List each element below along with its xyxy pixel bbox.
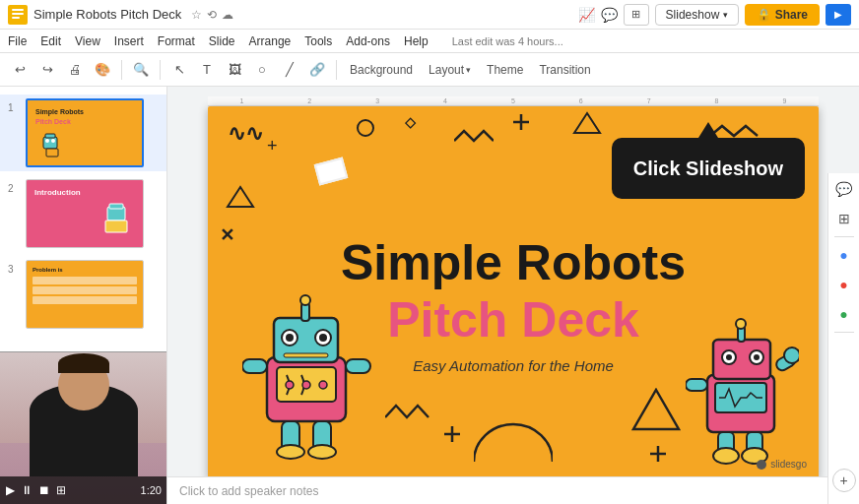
analytics-icon[interactable]: 📈 xyxy=(578,7,595,23)
webcam-panel: ▶ ⏸ ⏹ ⊞ 1:20 xyxy=(0,351,167,504)
share-lock-icon: 🔒 xyxy=(757,8,771,22)
link-tool[interactable]: 🔗 xyxy=(305,58,329,82)
document-title[interactable]: Simple Robots Pitch Deck xyxy=(33,7,181,22)
ruler-top: 1 2 3 4 5 6 7 8 9 xyxy=(208,96,819,106)
background-button[interactable]: Background xyxy=(344,61,419,79)
slide-num-1: 1 xyxy=(8,98,20,113)
svg-rect-5 xyxy=(45,134,55,138)
cloud-icon[interactable]: ☁ xyxy=(222,8,233,22)
history-icon[interactable]: ⟲ xyxy=(207,8,217,22)
deco-plus-topright: + xyxy=(781,136,789,152)
deco-zigzag-topright xyxy=(710,121,760,145)
zoom-button[interactable]: 🔍 xyxy=(129,58,153,82)
account-button[interactable]: ● xyxy=(832,273,856,296)
deco-zigzag-2 xyxy=(454,126,494,150)
star-icon[interactable]: ☆ xyxy=(191,8,202,22)
grid-layout-icon[interactable]: ⊞ xyxy=(56,483,66,497)
svg-point-27 xyxy=(286,381,294,389)
stop-icon[interactable]: ⏹ xyxy=(38,483,50,497)
print-button[interactable]: 🖨 xyxy=(63,58,87,82)
svg-rect-3 xyxy=(12,17,20,19)
shape-tool[interactable]: ○ xyxy=(250,58,274,82)
cursor-tool[interactable]: ↖ xyxy=(167,58,191,82)
menu-edit[interactable]: Edit xyxy=(40,34,61,48)
slide-num-3: 3 xyxy=(8,260,20,275)
recording-time: 1:20 xyxy=(141,484,162,496)
toolbar-sep-3 xyxy=(336,60,337,80)
theme-button[interactable]: Theme xyxy=(481,61,529,79)
toolbar: ↩ ↪ 🖨 🎨 🔍 ↖ T 🖼 ○ ╱ 🔗 Background Layout … xyxy=(0,53,859,87)
menu-help[interactable]: Help xyxy=(404,34,429,48)
svg-point-23 xyxy=(286,334,294,342)
menu-tools[interactable]: Tools xyxy=(304,34,332,48)
slidesgo-logo: slidesgo xyxy=(756,459,807,471)
paint-button[interactable]: 🎨 xyxy=(91,58,114,82)
svg-rect-1 xyxy=(12,9,24,11)
menu-file[interactable]: File xyxy=(8,34,27,48)
right-panel: 💬 ⊞ ● ● ● + xyxy=(827,173,859,504)
svg-point-24 xyxy=(319,334,327,342)
layout-button[interactable]: Layout ▾ xyxy=(423,61,477,79)
svg-point-39 xyxy=(736,319,746,329)
canvas-area: 1 2 3 4 5 6 7 8 9 Click Slideshow ∿∿ + xyxy=(167,87,859,504)
slideshow-button[interactable]: Slideshow ▾ xyxy=(655,4,740,26)
slide-thumb-3[interactable]: 3 Problem is xyxy=(0,256,166,333)
svg-point-28 xyxy=(302,381,310,389)
deco-diamond-1: ◇ xyxy=(405,114,416,130)
comment-icon[interactable]: 💬 xyxy=(601,7,618,23)
comments-panel-button[interactable]: 💬 xyxy=(832,177,856,201)
svg-rect-31 xyxy=(346,359,370,373)
meet-icon: ▶ xyxy=(834,9,842,20)
transition-button[interactable]: Transition xyxy=(533,61,596,79)
title-icons: ☆ ⟲ ☁ xyxy=(191,8,233,22)
svg-point-20 xyxy=(300,295,310,305)
deco-plus-bottom xyxy=(444,426,460,446)
slide-canvas[interactable]: ∿∿ + ◇ + xyxy=(208,106,819,480)
meet-button[interactable]: ▶ xyxy=(826,4,851,26)
menu-view[interactable]: View xyxy=(75,34,100,48)
deco-plus-2 xyxy=(513,114,529,134)
pause-icon[interactable]: ⏸ xyxy=(21,483,33,497)
notes-bar[interactable]: Click to add speaker notes xyxy=(167,476,859,504)
right-panel-sep-1 xyxy=(834,236,854,237)
right-panel-sep-2 xyxy=(834,332,854,333)
robot-right xyxy=(686,298,799,466)
play-pause-icon[interactable]: ▶ xyxy=(6,483,15,497)
svg-point-43 xyxy=(754,354,760,360)
main-area: 1 Simple Robots Pitch Deck 2 xyxy=(0,87,859,504)
line-tool[interactable]: ╱ xyxy=(278,58,301,82)
title-bar: Simple Robots Pitch Deck ☆ ⟲ ☁ 📈 💬 ⊞ Sli… xyxy=(0,0,859,30)
menu-slide[interactable]: Slide xyxy=(209,34,235,48)
svg-point-46 xyxy=(784,347,799,363)
svg-marker-15 xyxy=(574,113,600,133)
slides-panel-button[interactable]: ⊞ xyxy=(832,207,856,230)
redo-button[interactable]: ↪ xyxy=(35,58,59,82)
svg-point-58 xyxy=(757,460,766,470)
last-edit-text: Last edit was 4 hours... xyxy=(452,35,563,47)
slides-logo-icon xyxy=(8,5,28,25)
svg-rect-2 xyxy=(12,13,24,15)
maps-button[interactable]: ● xyxy=(832,302,856,326)
apps-button[interactable]: ⊞ xyxy=(624,4,649,26)
deco-rect-white xyxy=(314,157,349,185)
textbox-tool[interactable]: T xyxy=(195,58,219,82)
explore-button[interactable]: ● xyxy=(832,243,856,267)
menu-addons[interactable]: Add-ons xyxy=(346,34,390,48)
slideshow-label: Slideshow xyxy=(666,8,720,22)
svg-rect-10 xyxy=(109,204,123,209)
menu-insert[interactable]: Insert xyxy=(114,34,144,48)
deco-half-circle xyxy=(474,412,553,466)
svg-rect-25 xyxy=(284,353,328,357)
undo-button[interactable]: ↩ xyxy=(8,58,32,82)
menu-format[interactable]: Format xyxy=(158,34,195,48)
share-button[interactable]: 🔒 Share xyxy=(745,4,820,26)
svg-point-42 xyxy=(726,354,732,360)
slide-thumb-1[interactable]: 1 Simple Robots Pitch Deck xyxy=(0,94,166,171)
robot-left xyxy=(242,269,375,461)
image-tool[interactable]: 🖼 xyxy=(223,58,246,82)
svg-point-8 xyxy=(51,139,55,143)
share-label: Share xyxy=(775,8,808,22)
menu-arrange[interactable]: Arrange xyxy=(249,34,292,48)
slide-thumb-2[interactable]: 2 Introduction xyxy=(0,175,166,252)
add-panel-button[interactable]: + xyxy=(832,469,856,492)
